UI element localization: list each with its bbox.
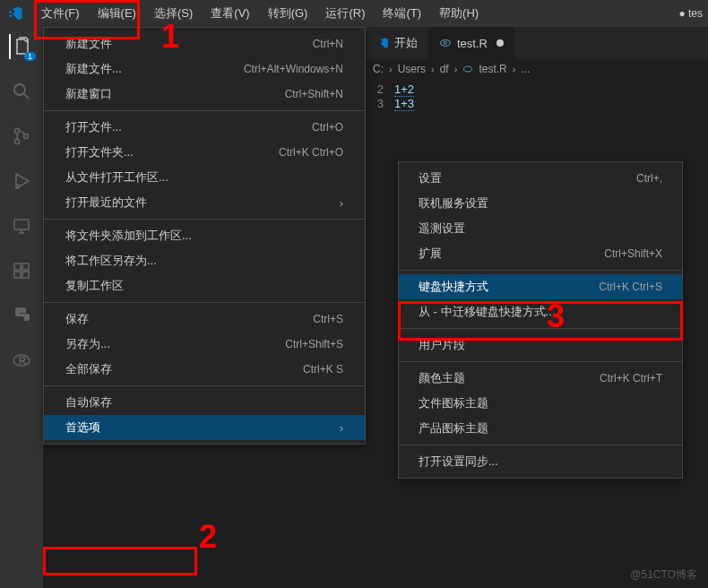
line-number: 2 (366, 82, 394, 97)
svg-point-17 (464, 66, 472, 72)
svg-point-0 (14, 84, 25, 95)
dirty-dot-icon (496, 39, 504, 47)
extensions-icon[interactable] (9, 258, 34, 283)
pref-settings[interactable]: 设置Ctrl+, (399, 166, 682, 191)
code-editor[interactable]: 21+2 31+3 (366, 79, 708, 115)
pref-settings-sync[interactable]: 打开设置同步... (399, 449, 682, 474)
search-icon[interactable] (9, 79, 34, 104)
menu-new-window[interactable]: 新建窗口Ctrl+Shift+N (44, 82, 365, 107)
r-icon[interactable]: R (9, 348, 34, 373)
menu-auto-save[interactable]: 自动保存 (44, 390, 365, 415)
r-file-icon (462, 64, 473, 74)
svg-rect-10 (22, 264, 29, 270)
menu-open-file[interactable]: 打开文件...Ctrl+O (44, 115, 365, 140)
crumb-tail: ... (521, 63, 530, 75)
line-number: 3 (366, 97, 394, 111)
watermark: @51CTO博客 (630, 567, 697, 583)
crumb[interactable]: df (440, 63, 449, 75)
menu-duplicate-workspace[interactable]: 复制工作区 (44, 273, 365, 298)
code-text: 1+3 (394, 97, 414, 111)
menu-save-as[interactable]: 另存为...Ctrl+Shift+S (44, 332, 365, 357)
svg-text:R: R (19, 355, 26, 366)
menu-new-file-type[interactable]: 新建文件...Ctrl+Alt+Windows+N (44, 56, 365, 82)
svg-line-1 (24, 94, 29, 99)
breadcrumbs[interactable]: C:› Users› df› test.R› ... (366, 59, 708, 79)
pref-product-icon-theme[interactable]: 产品图标主题 (399, 416, 682, 441)
crumb[interactable]: C: (373, 63, 384, 75)
menu-add-folder-workspace[interactable]: 将文件夹添加到工作区... (44, 223, 365, 248)
menu-save-workspace-as[interactable]: 将工作区另存为... (44, 248, 365, 273)
python-icon[interactable] (9, 303, 34, 328)
explorer-icon[interactable]: 1 (9, 34, 34, 59)
editor-tabs: 开始 R test.R (366, 27, 708, 59)
svg-point-3 (15, 140, 20, 144)
svg-rect-11 (14, 272, 21, 278)
activity-bar: 1 R (0, 27, 43, 588)
pref-file-icon-theme[interactable]: 文件图标主题 (399, 391, 682, 416)
tab-label: test.R (457, 37, 488, 50)
menu-help[interactable]: 帮助(H) (430, 2, 488, 25)
title-bar: 文件(F) 编辑(E) 选择(S) 查看(V) 转到(G) 运行(R) 终端(T… (0, 0, 708, 27)
run-debug-icon[interactable] (9, 169, 34, 194)
menu-go[interactable]: 转到(G) (259, 2, 317, 25)
pref-telemetry[interactable]: 遥测设置 (399, 216, 682, 241)
pref-color-theme[interactable]: 颜色主题Ctrl+K Ctrl+T (399, 366, 682, 391)
pref-extensions[interactable]: 扩展Ctrl+Shift+X (399, 241, 682, 266)
menu-open-workspace[interactable]: 从文件打开工作区... (44, 165, 365, 190)
vscode-logo-icon (7, 5, 23, 22)
svg-point-2 (15, 129, 20, 134)
annotation-number-2: 2 (199, 518, 217, 556)
menu-save-all[interactable]: 全部保存Ctrl+K S (44, 357, 365, 382)
menu-terminal[interactable]: 终端(T) (374, 2, 430, 25)
menu-file[interactable]: 文件(F) (32, 2, 89, 25)
annotation-box-2 (43, 547, 197, 575)
pref-user-snippets[interactable]: 用户片段 (399, 333, 682, 358)
pref-migrate-shortcuts[interactable]: 从 - 中迁移键盘快捷方式... (399, 299, 682, 324)
menu-bar: 文件(F) 编辑(E) 选择(S) 查看(V) 转到(G) 运行(R) 终端(T… (32, 2, 488, 25)
pref-keyboard-shortcuts[interactable]: 键盘快捷方式Ctrl+K Ctrl+S (399, 274, 682, 299)
source-control-icon[interactable] (9, 124, 34, 149)
tab-test-r[interactable]: R test.R (428, 27, 514, 59)
editor-area: 开始 R test.R C:› Users› df› test.R› ... 2… (366, 27, 708, 115)
title-bar-right-text: ● tes (678, 7, 708, 20)
menu-view[interactable]: 查看(V) (202, 2, 258, 25)
crumb[interactable]: test.R (479, 63, 506, 75)
crumb[interactable]: Users (398, 63, 426, 75)
menu-open-folder[interactable]: 打开文件夹...Ctrl+K Ctrl+O (44, 140, 365, 165)
menu-preferences[interactable]: 首选项› (44, 415, 365, 440)
menu-selection[interactable]: 选择(S) (145, 2, 202, 25)
preferences-submenu: 设置Ctrl+, 联机服务设置 遥测设置 扩展Ctrl+Shift+X 键盘快捷… (398, 161, 683, 479)
svg-rect-9 (14, 264, 21, 270)
remote-icon[interactable] (9, 213, 34, 238)
menu-open-recent[interactable]: 打开最近的文件› (44, 190, 365, 215)
menu-new-file[interactable]: 新建文件Ctrl+N (44, 31, 365, 56)
vscode-icon (376, 37, 389, 49)
menu-run[interactable]: 运行(R) (316, 2, 374, 25)
tab-start[interactable]: 开始 (366, 27, 428, 59)
r-file-icon: R (439, 37, 452, 49)
menu-edit[interactable]: 编辑(E) (89, 2, 145, 25)
file-menu-dropdown: 新建文件Ctrl+N 新建文件...Ctrl+Alt+Windows+N 新建窗… (43, 27, 366, 445)
pref-online-services[interactable]: 联机服务设置 (399, 191, 682, 216)
explorer-badge: 1 (24, 52, 36, 61)
svg-text:R: R (444, 40, 448, 46)
menu-save[interactable]: 保存Ctrl+S (44, 307, 365, 332)
svg-rect-6 (14, 220, 29, 229)
code-text: 1+2 (394, 82, 414, 97)
svg-rect-12 (22, 272, 29, 278)
tab-label: 开始 (394, 35, 418, 51)
svg-point-4 (24, 134, 29, 139)
